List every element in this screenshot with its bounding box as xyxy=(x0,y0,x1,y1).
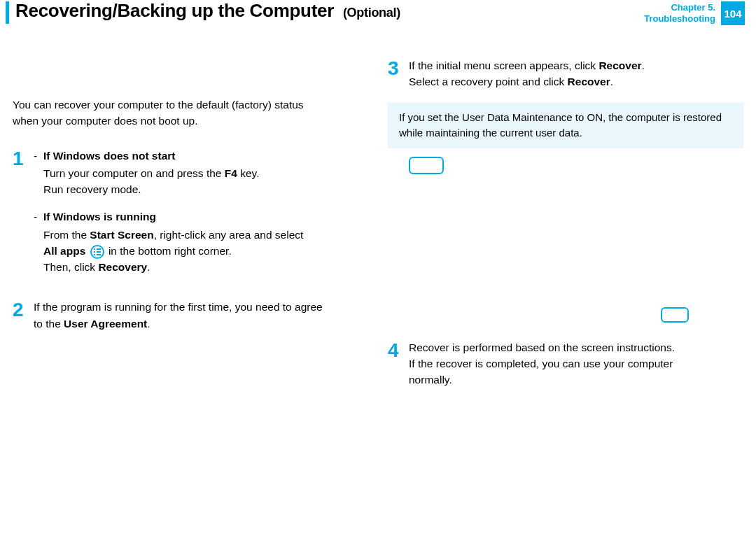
recover-bold: Recover xyxy=(598,59,641,71)
f4-key: F4 xyxy=(225,167,237,179)
text: key. xyxy=(237,167,260,179)
step-1a: - If Windows does not start Turn your co… xyxy=(34,148,368,198)
step-1a-body: If Windows does not start Turn your comp… xyxy=(43,148,368,198)
text: If the initial menu screen appears, clic… xyxy=(409,59,598,71)
step-1b-line3: Then, click Recovery. xyxy=(43,259,368,275)
step-1a-line1: Turn your computer on and press the F4 k… xyxy=(43,165,368,181)
page: Recovering/Backing up the Computer (Opti… xyxy=(0,0,756,536)
lead-paragraph: You can recover your computer to the def… xyxy=(13,97,368,129)
step-2-content: If the program is running for the first … xyxy=(34,299,368,332)
lead-l1: You can recover your computer to the def… xyxy=(13,99,304,111)
step-2-number: 2 xyxy=(13,300,34,320)
text: . xyxy=(147,318,150,330)
step-4-content: Recover is performed based on the screen… xyxy=(409,339,743,388)
note-box: If you set the User Data Maintenance to … xyxy=(388,103,743,148)
lead-l2: when your computer does not boot up. xyxy=(13,115,198,127)
step-2-line2: to the User Agreement. xyxy=(34,316,368,332)
step-1-number: 1 xyxy=(13,149,34,169)
user-agreement-bold: User Agreement xyxy=(64,318,147,330)
text: From the xyxy=(43,229,90,241)
step-2: 2 If the program is running for the firs… xyxy=(13,299,368,332)
step-4-line1: Recover is performed based on the screen… xyxy=(409,339,743,355)
step-4-line2: If the recover is completed, you can use… xyxy=(409,355,743,372)
step-4-line3: normally. xyxy=(409,372,743,388)
page-header: Recovering/Backing up the Computer (Opti… xyxy=(0,0,756,34)
text: in the bottom right corner. xyxy=(108,245,232,257)
step-4-number: 4 xyxy=(388,341,409,360)
all-apps-bold: All apps xyxy=(43,245,85,257)
step-1b-title: If Windows is running xyxy=(43,209,368,225)
body: You can recover your computer to the def… xyxy=(13,57,743,400)
recovery-bold: Recovery xyxy=(98,261,147,273)
title-optional: (Optional) xyxy=(343,6,400,20)
step-3-line2: Select a recovery point and click Recove… xyxy=(409,73,743,90)
all-apps-icon xyxy=(90,245,104,259)
step-1: 1 - If Windows does not start Turn your … xyxy=(13,148,368,287)
step-3-number: 3 xyxy=(388,59,409,78)
step-1b-body: If Windows is running From the Start Scr… xyxy=(43,209,368,275)
text: . xyxy=(147,261,150,273)
step-1a-title: If Windows does not start xyxy=(43,148,368,164)
chapter-block: Chapter 5. Troubleshooting xyxy=(644,2,715,24)
step-3: 3 If the initial menu screen appears, cl… xyxy=(388,57,743,90)
title-main: Recovering/Backing up the Computer xyxy=(15,0,334,21)
text: . xyxy=(610,76,613,87)
start-screen-bold: Start Screen xyxy=(90,229,153,241)
text: Turn your computer on and press the xyxy=(43,167,225,179)
step-1b-line2: All apps in the bottom right corner. xyxy=(43,243,368,259)
text: to the xyxy=(34,318,64,330)
page-number-badge: 104 xyxy=(721,1,745,25)
text: , right-click any area and select xyxy=(154,229,304,241)
note-text: If you set the User Data Maintenance to … xyxy=(399,111,722,139)
chapter-label: Chapter 5. xyxy=(644,2,715,13)
page-number: 104 xyxy=(724,8,741,20)
dash-icon: - xyxy=(34,148,43,198)
step-3-content: If the initial menu screen appears, clic… xyxy=(409,57,743,90)
page-title: Recovering/Backing up the Computer (Opti… xyxy=(15,0,400,22)
step-2-line1: If the program is running for the first … xyxy=(34,299,368,315)
text: . xyxy=(642,59,645,71)
screenshot-placeholder-2 xyxy=(661,307,689,323)
recover-bold: Recover xyxy=(568,76,610,87)
text: Then, click xyxy=(43,261,98,273)
right-column: 3 If the initial menu screen appears, cl… xyxy=(388,57,743,400)
accent-bar xyxy=(6,1,9,24)
step-1-content: - If Windows does not start Turn your co… xyxy=(34,148,368,287)
step-3-line1: If the initial menu screen appears, clic… xyxy=(409,57,743,73)
chapter-sub: Troubleshooting xyxy=(644,13,715,24)
dash-icon: - xyxy=(34,209,43,275)
step-1b: - If Windows is running From the Start S… xyxy=(34,209,368,275)
left-column: You can recover your computer to the def… xyxy=(13,57,368,400)
step-1b-line1: From the Start Screen, right-click any a… xyxy=(43,227,368,243)
text: Select a recovery point and click xyxy=(409,76,568,87)
step-1a-line2: Run recovery mode. xyxy=(43,181,368,197)
header-right: Chapter 5. Troubleshooting 104 xyxy=(644,1,745,25)
step-4: 4 Recover is performed based on the scre… xyxy=(388,339,743,388)
screenshot-placeholder-1 xyxy=(409,157,444,174)
